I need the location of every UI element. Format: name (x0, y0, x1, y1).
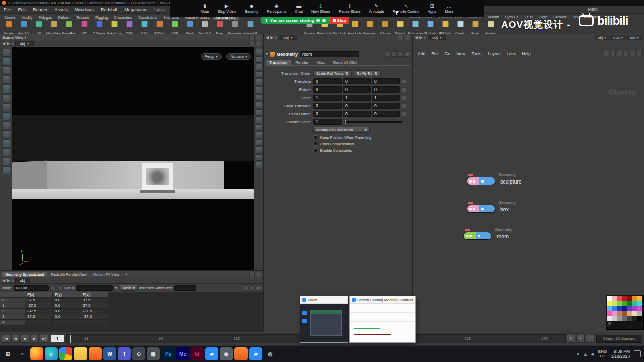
zoom-toolbar-item[interactable]: ◉ Participants (267, 3, 286, 14)
palette-swatch[interactable] (637, 301, 642, 306)
forward-icon[interactable]: ▶ (270, 35, 273, 40)
path-crumb[interactable]: obj▾ (428, 35, 446, 40)
palette-swatch[interactable] (632, 316, 637, 321)
paint-brush-icon[interactable] (2, 130, 10, 138)
back-icon[interactable]: ◀ (2, 278, 5, 283)
filter-funnel-icon[interactable]: ▼ (114, 286, 118, 290)
camera-menu[interactable]: Persp▾ (201, 53, 222, 60)
palette-swatch[interactable] (607, 306, 612, 311)
param-field-y[interactable]: 0 (343, 86, 371, 93)
param-menu-icon[interactable] (403, 112, 406, 116)
volume-icon[interactable]: ◂) (591, 352, 594, 356)
start-button[interactable]: ⊞ (1, 347, 14, 360)
table-row[interactable]: 0 37.5 0.0 37.5 (0, 298, 109, 303)
tray-expand-icon[interactable]: ∧ (576, 351, 580, 356)
checkbox[interactable] (313, 148, 317, 152)
snapshot-icon[interactable] (610, 51, 616, 56)
param-field-y[interactable]: 0 (343, 111, 371, 117)
node-body[interactable] (467, 205, 495, 213)
zoom-toolbar-item[interactable]: ⊞ Apps (428, 3, 436, 14)
group-field[interactable] (76, 285, 113, 291)
shelf-tool[interactable]: Buyer (212, 20, 227, 34)
people-icon[interactable]: ◉ (220, 347, 233, 360)
parameter-tab[interactable]: Redshift OBJ (330, 60, 360, 65)
gamma-correction-icon[interactable] (256, 132, 262, 138)
edge-icon[interactable]: e (45, 347, 58, 360)
pane-split-icon[interactable] (249, 35, 255, 40)
shading-mode-icon[interactable] (256, 49, 262, 55)
grid-toggle-icon[interactable] (256, 124, 262, 131)
file-explorer-icon[interactable] (74, 347, 87, 360)
palette-swatch[interactable] (632, 296, 637, 301)
home-icon[interactable]: ⌂ (424, 35, 426, 40)
indesign-icon[interactable]: Id (191, 347, 204, 360)
reflections-icon[interactable] (256, 94, 262, 101)
palette-swatch[interactable] (617, 296, 622, 301)
zoom-toolbar-item[interactable]: ▶ Stop Video (217, 3, 236, 14)
param-field-z[interactable]: 0 (372, 78, 400, 84)
translate-tool-icon[interactable] (2, 58, 10, 66)
shelf-tool[interactable]: Parameter Diff (227, 20, 243, 34)
palette-swatch[interactable] (622, 316, 627, 321)
playbar-options-button[interactable]: ≡ (576, 335, 585, 343)
param-field-x[interactable]: 0 (313, 111, 342, 117)
shelf-tool[interactable]: OSM Import (122, 20, 137, 34)
new-tab-icon[interactable]: + (123, 272, 129, 277)
stop-sharing-button[interactable]: Stop (329, 17, 350, 24)
app-shortcut-icon[interactable] (302, 311, 307, 315)
realtime-toggle-button[interactable]: ∷ (586, 335, 594, 343)
houdini-running-icon[interactable] (234, 347, 248, 360)
palette-swatch[interactable] (637, 306, 642, 311)
background-image-icon[interactable] (256, 139, 262, 146)
stop-button[interactable]: ■ (21, 335, 29, 343)
viewport-layout-icon[interactable] (256, 162, 262, 168)
path-crumb[interactable]: obj (15, 278, 30, 283)
network-menu-item[interactable]: Help (519, 51, 533, 56)
param-field-x[interactable]: 0 (313, 103, 342, 109)
viewport-canvas[interactable]: y Persp▾ No cam▾ (12, 47, 254, 270)
shelf-tool[interactable]: VDB Textures (167, 20, 182, 34)
table-row[interactable]: 3 37.5 0.0 -37.5 (0, 314, 109, 320)
table-row[interactable]: 1 -37.5 0.0 37.5 (0, 303, 109, 309)
palette-swatch[interactable] (637, 316, 642, 321)
lock-icon[interactable] (391, 51, 397, 57)
filter-funnel-icon[interactable] (243, 285, 248, 291)
palette-swatch[interactable] (607, 301, 612, 306)
sculpt-brush-icon[interactable] (2, 121, 10, 129)
pin-node-icon[interactable] (50, 285, 56, 291)
network-canvas[interactable]: Objects Geometry sculpture Geometry box (413, 57, 644, 332)
obs-icon[interactable]: ◎ (264, 347, 277, 360)
pane-split-icon[interactable] (249, 272, 255, 277)
banner-mic-icon[interactable] (316, 19, 320, 22)
back-icon[interactable]: ◀ (266, 35, 269, 40)
param-menu-icon[interactable] (403, 80, 406, 83)
palette-swatch[interactable] (632, 311, 637, 316)
view-tool-icon[interactable] (2, 103, 10, 111)
shelf-tab[interactable]: Texture (73, 15, 92, 20)
palette-swatch[interactable] (622, 296, 627, 301)
palette-swatch[interactable] (612, 311, 617, 316)
chevron-down-icon[interactable]: ▾ (24, 35, 26, 40)
back-icon[interactable]: ◀ (415, 35, 418, 40)
render-region-icon[interactable] (2, 157, 10, 165)
collapse-icon[interactable]: ▾ (266, 52, 268, 56)
notification-center-icon[interactable] (634, 350, 641, 357)
pin-icon[interactable] (249, 41, 255, 46)
jump-end-button[interactable]: ▶| (40, 335, 48, 343)
shelf-tool[interactable]: Network F (243, 20, 258, 34)
palette-swatch[interactable] (627, 306, 632, 311)
zoom-toolbar-item[interactable]: ✎ Annotate (369, 3, 384, 14)
seam-tool-icon[interactable] (2, 139, 10, 147)
pin-icon[interactable] (398, 35, 404, 40)
current-frame-field[interactable]: 1 (51, 335, 64, 342)
param-menu-icon[interactable] (403, 104, 406, 108)
zoom-app-window[interactable]: Zoom (300, 296, 348, 343)
shelf-tool[interactable]: Auto UV (16, 20, 31, 34)
play-reverse-button[interactable]: ◀ (11, 335, 20, 343)
path-crumb[interactable]: obj▾ (15, 41, 34, 46)
menu-item[interactable]: Labs (151, 7, 168, 12)
table-row[interactable]: 4 (0, 320, 109, 325)
param-field-z[interactable]: 0 (372, 111, 400, 117)
zoom-icon[interactable]: ▰ (205, 347, 218, 360)
pane-tab-scene-view[interactable]: Scene View (2, 35, 23, 40)
